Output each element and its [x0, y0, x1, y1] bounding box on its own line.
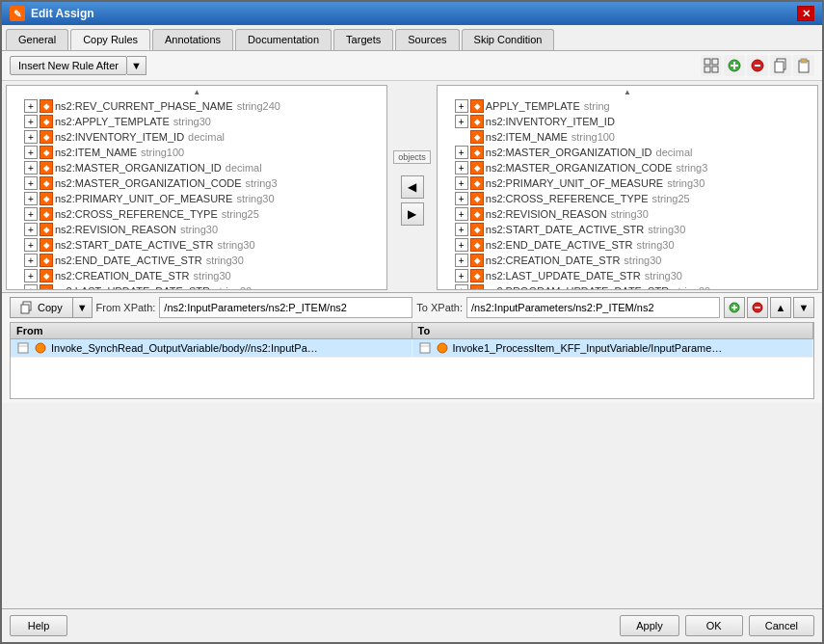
arrow-left-button[interactable]: ◀ [401, 175, 424, 199]
tree-item[interactable]: ◆ ns2:PRIMARY_UNIT_OF_MEASURE string30 [438, 175, 817, 191]
close-button[interactable]: ✕ [797, 6, 814, 21]
expand-icon[interactable] [24, 207, 38, 221]
tree-item[interactable]: ◆ APPLY_TEMPLATE string [438, 98, 817, 114]
paste-toolbar-icon[interactable] [793, 55, 814, 76]
tree-item[interactable]: ◆ ns2:REVISION_REASON string30 [438, 206, 817, 222]
tab-skip-condition[interactable]: Skip Condition [462, 29, 555, 50]
tree-item[interactable]: ◆ ns2:MASTER_ORGANIZATION_ID decimal [438, 145, 817, 160]
xpath-up-button[interactable]: ▲ [770, 297, 791, 318]
copy-dropdown[interactable]: ▼ [73, 297, 93, 318]
tab-targets[interactable]: Targets [333, 29, 393, 50]
tree-item[interactable]: ◆ ns2:END_DATE_ACTIVE_STR string30 [438, 237, 817, 253]
expand-icon[interactable] [24, 254, 38, 267]
mapping-row[interactable]: Invoke_SynchRead_OutputVariable/body//ns… [11, 339, 813, 358]
tree-item[interactable]: ◆ ns2:APPLY_TEMPLATE string30 [7, 114, 386, 129]
expand-icon[interactable] [455, 269, 468, 282]
expand-icon[interactable] [455, 238, 468, 252]
node-type: string25 [222, 208, 259, 220]
copy-button[interactable]: Copy [10, 297, 73, 318]
tab-general[interactable]: General [6, 29, 68, 50]
xpath-down-button[interactable]: ▼ [793, 297, 814, 318]
tree-item[interactable]: ◆ ns2:PRIMARY_UNIT_OF_MEASURE string30 [7, 191, 386, 206]
expand-icon[interactable] [455, 254, 468, 267]
expand-icon[interactable] [455, 176, 468, 190]
tree-item[interactable]: ◆ ns2:INVENTORY_ITEM_ID decimal [7, 129, 386, 145]
tree-item[interactable]: ◆ ns2:LAST_UPDATE_DATE_STR string30 [7, 283, 386, 289]
node-name: ns2:MASTER_ORGANIZATION_CODE [55, 177, 242, 189]
right-scroll-up[interactable]: ▲ [624, 88, 631, 96]
expand-icon[interactable] [455, 146, 468, 159]
arrow-right-button[interactable]: ▶ [401, 202, 424, 226]
tree-item[interactable]: ◆ ns2:START_DATE_ACTIVE_STR string30 [438, 222, 817, 237]
left-tree-panel: ▲ ◆ ns2:REV_CURRENT_PHASE_NAME string240… [6, 85, 387, 290]
expand-icon[interactable] [24, 269, 38, 282]
tab-documentation[interactable]: Documentation [235, 29, 332, 50]
node-type: string30 [636, 239, 674, 251]
add-toolbar-icon[interactable] [724, 55, 745, 76]
svg-rect-10 [775, 62, 784, 72]
to-xpath-input[interactable] [466, 297, 720, 318]
grid-toolbar-icon[interactable] [701, 55, 722, 76]
tab-annotations[interactable]: Annotations [152, 29, 233, 50]
tree-item[interactable]: ◆ ns2:REVISION_REASON string30 [7, 222, 386, 237]
expand-icon[interactable] [24, 115, 38, 128]
right-tree-scroll[interactable]: ▲ ◆ APPLY_TEMPLATE string ◆ ns2:INVENTOR… [438, 86, 817, 289]
expand-icon[interactable] [455, 207, 468, 221]
tree-item[interactable]: ◆ ns2:PROGRAM_UPDATE_DATE_STR string30 [438, 283, 817, 289]
expand-icon[interactable] [24, 223, 38, 236]
expand-icon[interactable] [455, 99, 468, 113]
tree-item[interactable]: ◆ ns2:MASTER_ORGANIZATION_CODE string3 [438, 160, 817, 175]
to-value: Invoke1_ProcessItem_KFF_InputVariable/In… [453, 342, 723, 354]
svg-point-25 [438, 343, 447, 353]
tree-item[interactable]: ◆ ns2:CROSS_REFERENCE_TYPE string25 [438, 191, 817, 206]
help-button[interactable]: Help [10, 615, 67, 636]
node-name: ns2:CREATION_DATE_STR [486, 255, 621, 266]
left-scroll-up[interactable]: ▲ [193, 88, 200, 96]
tree-item[interactable]: ◆ ns2:ITEM_NAME string100 [7, 145, 386, 160]
tree-item[interactable]: ◆ ns2:END_DATE_ACTIVE_STR string30 [7, 253, 386, 268]
tree-item[interactable]: ◆ ns2:INVENTORY_ITEM_ID [438, 114, 817, 129]
expand-icon[interactable] [455, 284, 468, 289]
expand-icon[interactable] [455, 115, 468, 128]
delete-toolbar-icon[interactable] [747, 55, 768, 76]
expand-icon[interactable] [24, 192, 38, 205]
ok-button[interactable]: OK [685, 615, 743, 636]
expand-icon[interactable] [24, 176, 38, 190]
tree-item[interactable]: ◆ ns2:ITEM_NAME string100 [438, 129, 817, 145]
from-xpath-input[interactable] [159, 297, 412, 318]
expand-icon[interactable] [455, 192, 468, 205]
xpath-add-button[interactable] [724, 297, 745, 318]
tree-item[interactable]: ◆ ns2:CREATION_DATE_STR string30 [438, 253, 817, 268]
tree-item[interactable]: ◆ ns2:CROSS_REFERENCE_TYPE string25 [7, 206, 386, 222]
apply-button[interactable]: Apply [620, 615, 679, 636]
xpath-delete-button[interactable] [747, 297, 768, 318]
svg-rect-23 [420, 343, 430, 353]
cancel-button[interactable]: Cancel [749, 615, 814, 636]
expand-icon[interactable] [455, 161, 468, 174]
left-tree-scroll[interactable]: ▲ ◆ ns2:REV_CURRENT_PHASE_NAME string240… [7, 86, 386, 289]
tree-item[interactable]: ◆ ns2:REV_CURRENT_PHASE_NAME string240 [7, 98, 386, 114]
copy-toolbar-icon[interactable] [770, 55, 791, 76]
svg-rect-20 [18, 343, 28, 353]
tab-sources[interactable]: Sources [395, 29, 459, 50]
expand-icon[interactable] [24, 284, 38, 289]
node-type: string240 [237, 100, 280, 112]
tree-item[interactable]: ◆ ns2:MASTER_ORGANIZATION_CODE string3 [7, 175, 386, 191]
tree-item[interactable]: ◆ ns2:CREATION_DATE_STR string30 [7, 268, 386, 283]
tab-copy-rules[interactable]: Copy Rules [70, 29, 150, 50]
tree-item[interactable]: ◆ ns2:LAST_UPDATE_DATE_STR string30 [438, 268, 817, 283]
expand-icon[interactable] [455, 223, 468, 236]
insert-rule-button[interactable]: Insert New Rule After [10, 56, 127, 75]
tree-item[interactable]: ◆ ns2:MASTER_ORGANIZATION_ID decimal [7, 160, 386, 175]
expand-icon[interactable] [24, 238, 38, 252]
expand-icon[interactable] [24, 161, 38, 174]
xpath-action-buttons: ▲ ▼ [724, 297, 814, 318]
svg-rect-1 [712, 59, 718, 65]
node-name: ns2:REV_CURRENT_PHASE_NAME [55, 100, 233, 112]
expand-icon[interactable] [24, 130, 38, 144]
expand-icon[interactable] [24, 146, 38, 159]
expand-icon[interactable] [24, 99, 38, 113]
insert-rule-dropdown[interactable]: ▼ [127, 56, 146, 75]
tree-item[interactable]: ◆ ns2:START_DATE_ACTIVE_STR string30 [7, 237, 386, 253]
node-type: string [584, 100, 610, 112]
